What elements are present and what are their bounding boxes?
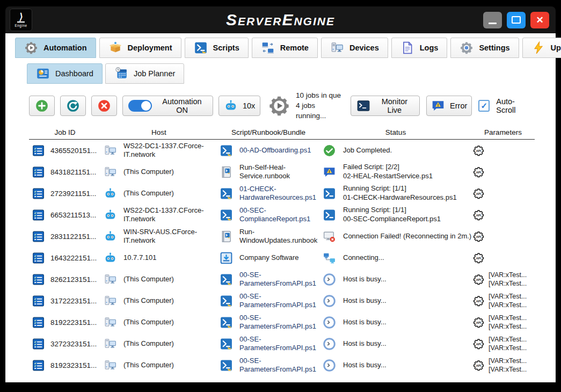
- table-row[interactable]: 8262123151...(This Computer)00-SE-Parame…: [29, 268, 535, 290]
- jobs-table: Job ID Host Script/Runbook/Bundle Status…: [29, 124, 535, 376]
- refresh-button[interactable]: [60, 96, 86, 116]
- tab-devices[interactable]: Devices: [321, 38, 388, 58]
- powershell-icon: [217, 273, 235, 286]
- window-controls: ✕: [483, 12, 556, 28]
- connecting-network-icon: [320, 251, 338, 265]
- toggle-on-icon[interactable]: [128, 100, 152, 112]
- tab-upgrade[interactable]: Upgrade: [522, 38, 561, 58]
- parameters-text: [VAR:xTest...[VAR:xTest...: [485, 357, 535, 374]
- svg-text:API: API: [476, 192, 481, 195]
- api-gear-icon: API: [471, 209, 485, 221]
- api-gear-icon: API: [471, 231, 485, 242]
- tab-automation[interactable]: Automation: [15, 38, 96, 58]
- subtab-label: Job Planner: [134, 69, 175, 78]
- powershell-prompt-icon: ⟩: [19, 13, 23, 21]
- parameters-text: [VAR:xTest...[VAR:xTest...: [485, 335, 535, 353]
- tab-remote[interactable]: Remote: [252, 38, 318, 58]
- connection-failed-icon: [320, 230, 338, 243]
- warning-bubble-icon: [320, 165, 338, 179]
- tab-logs[interactable]: Logs: [391, 38, 448, 58]
- main-content: AutomationDeploymentScriptsRemoteDevices…: [5, 33, 556, 382]
- job-id: 4365520151...: [47, 147, 101, 155]
- table-row[interactable]: 3172223151...(This Computer)00-SE-Parame…: [29, 290, 535, 311]
- cancel-x-icon: [97, 99, 111, 113]
- tab-label: Devices: [349, 43, 379, 52]
- close-button[interactable]: ✕: [530, 12, 549, 28]
- joblist-icon: [29, 316, 47, 329]
- maximize-button[interactable]: [507, 12, 526, 28]
- logs-document-icon: [400, 41, 414, 55]
- speed-10x-button[interactable]: 10x: [218, 96, 260, 116]
- api-gear-icon: API: [471, 338, 485, 350]
- table-row[interactable]: 8431821151...(This Computer)Run-Self-Hea…: [29, 161, 535, 183]
- robot-icon: [101, 251, 119, 265]
- runbook-icon: [217, 230, 235, 243]
- subtab-job-planner[interactable]: Job Planner: [105, 63, 184, 84]
- joblist-icon: [29, 337, 47, 351]
- automation-toggle-button[interactable]: Automation ON: [122, 96, 213, 116]
- warning-bubble-icon: [431, 99, 445, 113]
- desktop-computer-icon: [101, 294, 119, 308]
- job-planner-icon: [114, 67, 128, 81]
- svg-text:API: API: [476, 321, 481, 324]
- svg-text:API: API: [476, 256, 481, 259]
- table-row[interactable]: 2831122151...WIN-SRV-AUS.CForce-IT.netwo…: [29, 226, 535, 247]
- powershell-icon: [217, 144, 235, 157]
- tab-label: Deployment: [128, 43, 172, 52]
- error-label: Error: [450, 101, 467, 110]
- desktop-computer-icon: [101, 273, 119, 286]
- console-icon: [356, 99, 370, 113]
- table-row[interactable]: 8192223151...(This Computer)00-SE-Parame…: [29, 311, 535, 333]
- desktop-computer-icon: [101, 337, 119, 351]
- tab-label: Settings: [479, 43, 509, 52]
- host-name: (This Computer): [119, 296, 217, 305]
- host-name: (This Computer): [119, 189, 217, 198]
- table-row[interactable]: 6653211513...WS22-DC1-1337.CForce-IT.net…: [29, 204, 535, 226]
- table-row[interactable]: 4365520151...WS22-DC1-1337.CForce-IT.net…: [29, 140, 535, 161]
- api-gear-icon: API: [471, 252, 485, 264]
- script-name: 00-AD-Offboarding.ps1: [235, 146, 320, 155]
- tab-settings[interactable]: Settings: [450, 38, 519, 58]
- status-text: Running Script: [1/1]00-SEC-ComplianceRe…: [338, 206, 471, 224]
- job-id: 8431821151...: [47, 168, 101, 176]
- desktop-computer-icon: [101, 359, 119, 372]
- cancel-button[interactable]: [91, 96, 117, 116]
- autoscroll-label: Auto-Scroll: [496, 97, 532, 114]
- parameters-text: [VAR:xTest...[VAR:xTest...: [485, 314, 535, 331]
- table-row[interactable]: 8192323151...(This Computer)00-SE-Parame…: [29, 354, 535, 376]
- joblist-icon: [29, 273, 47, 286]
- powershell-icon: [217, 337, 235, 351]
- minimize-button[interactable]: [483, 12, 502, 28]
- monitor-live-label: Monitor Live: [375, 97, 414, 114]
- monitor-live-button[interactable]: Monitor Live: [351, 96, 420, 116]
- robot-icon: [224, 99, 238, 113]
- table-header: Job ID Host Script/Runbook/Bundle Status…: [29, 124, 535, 140]
- job-id: 3272323151...: [47, 340, 101, 348]
- subtab-dashboard[interactable]: Dashboard: [27, 63, 103, 84]
- add-job-button[interactable]: [29, 96, 55, 116]
- speed-label: 10x: [243, 101, 255, 110]
- joblist-icon: [29, 187, 47, 200]
- tab-label: Logs: [420, 43, 439, 52]
- autoscroll-checkbox[interactable]: ✓: [478, 100, 490, 112]
- joblist-icon: [29, 165, 47, 179]
- job-id: 2831122151...: [47, 233, 101, 241]
- svg-text:API: API: [476, 170, 481, 173]
- script-name: 00-SEC-ComplianceReport.ps1: [235, 206, 320, 223]
- desktop-computer-icon: [101, 316, 119, 329]
- toolbar: Automation ON 10x 10 jobs in que 4 jobs …: [5, 84, 556, 124]
- column-header-job-id: Job ID: [29, 128, 101, 136]
- error-button[interactable]: Error: [426, 96, 472, 116]
- job-id: 3172223151...: [47, 297, 101, 305]
- powershell-icon: [217, 208, 235, 222]
- table-row[interactable]: 2723921151...(This Computer)01-CHECK-Har…: [29, 183, 535, 204]
- upgrade-lightning-icon: [531, 41, 545, 55]
- host-name: (This Computer): [119, 275, 217, 284]
- tab-scripts[interactable]: Scripts: [185, 38, 249, 58]
- table-row[interactable]: 3272323151...(This Computer)00-SE-Parame…: [29, 333, 535, 354]
- status-text: Host is busy...: [338, 339, 471, 349]
- svg-text:API: API: [476, 149, 481, 152]
- table-row[interactable]: 1643222151...10.7.7.101Company SoftwareC…: [29, 247, 535, 268]
- tab-deployment[interactable]: Deployment: [99, 38, 181, 58]
- status-text: Job Completed.: [338, 146, 471, 155]
